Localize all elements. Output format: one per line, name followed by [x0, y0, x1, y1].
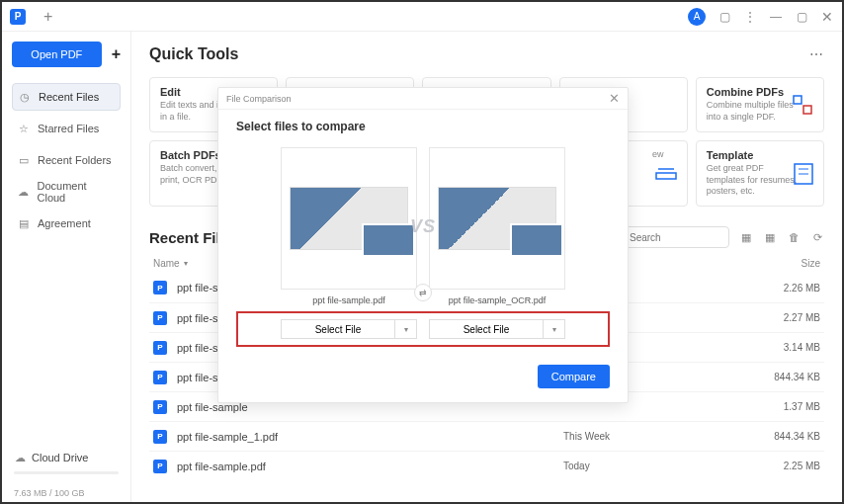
open-pdf-button[interactable]: Open PDF [12, 42, 102, 67]
modal-header-title: File Comparison [226, 94, 292, 104]
scanner-icon [655, 165, 677, 183]
file-name: ppt file-sample.pdf [177, 461, 563, 472]
file-size: 2.25 MB [741, 461, 820, 471]
right-file-name: ppt file-sample_OCR.pdf [429, 295, 565, 305]
file-size: 3.14 MB [741, 342, 820, 353]
table-row[interactable]: Pppt file-sample_1.pdfThis Week844.34 KB [149, 421, 824, 451]
modal-header: File Comparison ✕ [218, 88, 628, 110]
view-refresh-icon[interactable]: ⟳ [810, 230, 824, 244]
pdf-file-icon: P [153, 371, 167, 384]
file-comparison-modal: File Comparison ✕ Select files to compar… [217, 87, 629, 403]
sidebar: Open PDF + ◷ Recent Files ☆ Starred File… [2, 32, 131, 502]
sidebar-item-label: Document Cloud [38, 180, 116, 204]
select-left-dropdown[interactable]: ▾ [395, 319, 417, 339]
tool-desc: Get great PDF templates for resumes, pos… [707, 163, 801, 198]
sort-icon: ▾ [184, 259, 188, 268]
cloud-drive-label: Cloud Drive [32, 452, 88, 463]
vs-label: VS [410, 216, 436, 237]
select-right-dropdown[interactable]: ▾ [544, 319, 565, 339]
tool-card-combine[interactable]: Combine PDFs Combine multiple files into… [696, 77, 824, 132]
table-row[interactable]: Pppt file-sample.pdfToday2.25 MB [149, 451, 824, 480]
new-tab-button[interactable]: + [43, 8, 52, 26]
sidebar-item-label: Starred Files [38, 123, 99, 134]
tool-title: Template [707, 149, 813, 161]
file-name: ppt file-sample_1.pdf [177, 431, 563, 443]
titlebar: P + A ▢ ⋮ — ▢ ✕ [2, 2, 842, 32]
storage-bar [14, 471, 119, 474]
modal-close-button[interactable]: ✕ [609, 91, 620, 106]
select-left-file-button[interactable]: Select File [281, 319, 395, 339]
pdf-file-icon: P [153, 281, 167, 294]
cloud-icon: ☁ [14, 452, 26, 463]
left-file-name: ppt file-sample.pdf [281, 295, 417, 305]
window-maximize[interactable]: ▢ [795, 10, 808, 24]
app-icon: P [10, 9, 26, 25]
more-icon[interactable]: ⋮ [743, 10, 757, 24]
view-list-icon[interactable]: ▦ [739, 230, 753, 244]
sidebar-item-document-cloud[interactable]: ☁ Document Cloud [12, 178, 121, 206]
view-trash-icon[interactable]: 🗑 [787, 230, 801, 244]
pdf-file-icon: P [153, 400, 167, 414]
profile-badge[interactable]: A [688, 8, 706, 26]
modal-title: Select files to compare [236, 120, 610, 133]
sidebar-item-label: Agreement [38, 217, 91, 229]
file-size: 2.27 MB [741, 312, 820, 323]
tool-desc: Combine multiple files into a single PDF… [707, 100, 801, 123]
pdf-file-icon: P [153, 311, 167, 325]
swap-files-button[interactable]: ⇄ [414, 284, 432, 301]
cloud-icon: ☁ [18, 186, 30, 198]
left-file-thumbnail[interactable] [281, 147, 417, 290]
compare-button[interactable]: Compare [538, 365, 610, 388]
file-date: This Week [563, 431, 741, 442]
star-icon: ☆ [18, 123, 30, 134]
file-size: 1.37 MB [741, 401, 820, 412]
storage-text: 7.63 MB / 100 GB [14, 488, 119, 498]
template-icon [794, 163, 813, 185]
cloud-drive-section[interactable]: ☁ Cloud Drive [12, 448, 121, 467]
pdf-file-icon: P [153, 341, 167, 355]
sidebar-item-agreement[interactable]: ▤ Agreement [12, 210, 121, 237]
sidebar-item-recent-files[interactable]: ◷ Recent Files [12, 83, 121, 111]
select-right-file-button[interactable]: Select File [429, 319, 544, 339]
svg-rect-1 [803, 106, 811, 114]
pdf-file-icon: P [153, 460, 167, 473]
view-grid-icon[interactable]: ▦ [763, 230, 777, 244]
file-size: 844.34 KB [741, 372, 820, 382]
quick-tools-more-icon[interactable]: ⋯ [809, 46, 824, 62]
doc-icon: ▤ [18, 217, 30, 229]
sidebar-item-starred-files[interactable]: ☆ Starred Files [12, 115, 121, 142]
search-box[interactable]: ⌕ [611, 226, 729, 248]
sidebar-item-label: Recent Folders [38, 154, 112, 166]
tool-card-template[interactable]: Template Get great PDF templates for res… [696, 140, 824, 207]
window-minimize[interactable]: — [769, 10, 783, 24]
folder-icon: ▭ [18, 154, 30, 166]
sidebar-item-label: Recent Files [39, 91, 99, 103]
search-input[interactable] [630, 232, 720, 243]
svg-rect-2 [656, 173, 676, 179]
pdf-file-icon: P [153, 430, 167, 444]
file-size: 2.26 MB [741, 283, 820, 294]
sidebar-item-recent-folders[interactable]: ▭ Recent Folders [12, 146, 121, 174]
quick-tools-title: Quick Tools [149, 45, 238, 63]
right-file-thumbnail[interactable] [429, 147, 565, 290]
svg-rect-0 [794, 96, 802, 104]
column-size[interactable]: Size [741, 258, 820, 269]
select-file-highlight: Select File ▾ Select File ▾ [236, 311, 610, 347]
add-button[interactable]: + [112, 45, 121, 63]
clock-icon: ◷ [19, 91, 31, 103]
combine-icon [792, 94, 813, 116]
window-close[interactable]: ✕ [820, 10, 834, 24]
file-size: 844.34 KB [741, 431, 820, 442]
file-date: Today [563, 461, 741, 471]
feedback-icon[interactable]: ▢ [717, 10, 731, 24]
